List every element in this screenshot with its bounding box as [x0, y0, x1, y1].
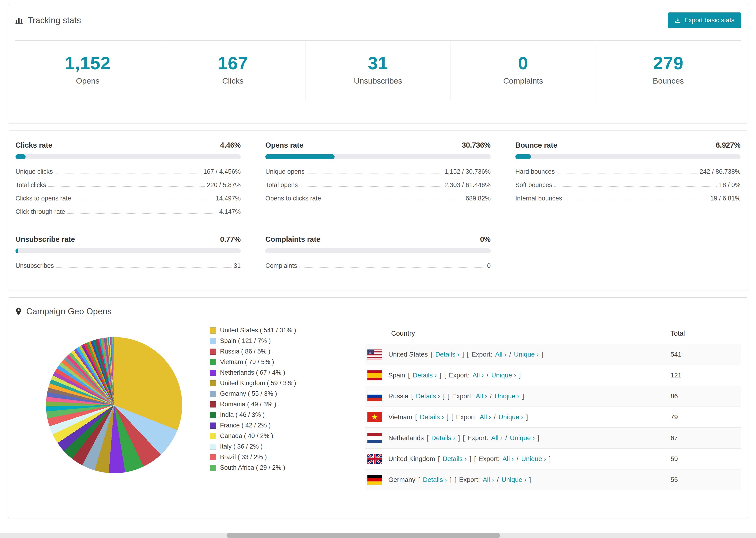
export-all-link[interactable]: All › [495, 351, 507, 358]
flag-es [367, 370, 382, 381]
geo-table-row: Netherlands [Details ›] [Export: All › /… [365, 428, 741, 449]
legend-item: United States ( 541 / 31% ) [210, 327, 355, 334]
export-basic-stats-button[interactable]: Export basic stats [668, 13, 741, 28]
export-unique-link[interactable]: Unique › [521, 455, 546, 463]
legend-swatch [210, 465, 216, 471]
rate-detail-value: 18 / 0% [719, 182, 740, 189]
bracket: [ [467, 351, 469, 358]
rate-panel-complaints: Complaints rate 0% Complaints 0 [265, 235, 490, 272]
details-link[interactable]: Details › [431, 434, 456, 442]
export-unique-link[interactable]: Unique › [502, 476, 526, 484]
rate-title: Bounce rate [515, 141, 557, 149]
rate-detail-value: 4.147% [219, 208, 241, 215]
details-link[interactable]: Details › [443, 455, 467, 463]
rate-progress-bar [265, 154, 490, 159]
dotted-leader [67, 213, 217, 214]
rate-title: Complaints rate [265, 235, 320, 243]
bracket: ] [447, 413, 449, 421]
scrollbar-thumb[interactable] [227, 533, 500, 538]
legend-swatch [210, 402, 216, 407]
tracking-stats-title: Tracking stats [28, 16, 81, 26]
dotted-leader [300, 187, 442, 187]
rate-value: 0.77% [220, 235, 241, 243]
legend-swatch [210, 412, 216, 418]
bracket: ] [519, 372, 521, 379]
stat-box-complaints: 0 Complaints [451, 40, 596, 100]
legend-label: United Kingdom ( 59 / 3% ) [220, 380, 296, 387]
details-link[interactable]: Details › [420, 413, 444, 421]
rate-panel-unsubscribe: Unsubscribe rate 0.77% Unsubscribes 31 [16, 235, 241, 272]
country-total: 79 [668, 407, 741, 428]
bracket: ] [522, 393, 524, 400]
rate-detail-row: Click through rate 4.147% [16, 205, 241, 218]
rate-detail-value: 19 / 6.81% [710, 195, 740, 202]
bracket: ] [443, 393, 445, 400]
slash: / [505, 434, 507, 442]
rate-detail-row: Complaints 0 [265, 259, 490, 272]
bracket: ] [542, 351, 544, 358]
stat-label: Bounces [596, 76, 741, 85]
flag-ru [367, 391, 382, 402]
export-unique-link[interactable]: Unique › [491, 372, 516, 379]
campaign-geo-opens-card: Campaign Geo Opens United States ( 541 /… [8, 297, 748, 518]
flag-us [367, 349, 382, 360]
legend-label: South Africa ( 29 / 2% ) [220, 464, 285, 471]
details-link[interactable]: Details › [423, 476, 447, 484]
legend-item: Spain ( 121 / 7% ) [210, 337, 355, 345]
horizontal-scrollbar[interactable] [0, 533, 756, 538]
rate-detail-value: 31 [234, 262, 241, 269]
rate-value: 4.46% [220, 141, 241, 149]
export-all-link[interactable]: All › [480, 413, 491, 421]
export-all-link[interactable]: All › [472, 372, 484, 379]
rate-progress-fill [265, 154, 335, 159]
export-unique-link[interactable]: Unique › [499, 413, 523, 421]
dotted-leader [307, 173, 442, 174]
export-all-link[interactable]: All › [503, 455, 514, 463]
rate-detail-row: Unique clicks 167 / 4.456% [16, 165, 241, 178]
export-unique-link[interactable]: Unique › [510, 434, 535, 442]
export-unique-link[interactable]: Unique › [514, 351, 539, 358]
dotted-leader [56, 267, 232, 268]
legend-label: Netherlands ( 67 / 4% ) [220, 369, 285, 376]
rate-detail-value: 0 [487, 262, 491, 269]
geo-table-wrap: Country Total United States [Details ›] … [365, 323, 741, 490]
export-all-link[interactable]: All › [483, 476, 494, 484]
rate-detail-label: Soft bounces [515, 182, 553, 189]
bracket: [ [418, 476, 420, 484]
geo-header: Campaign Geo Opens [15, 306, 741, 316]
legend-label: United States ( 541 / 31% ) [220, 327, 296, 334]
rate-detail-label: Total opens [265, 182, 298, 189]
details-link[interactable]: Details › [412, 372, 437, 379]
export-unique-link[interactable]: Unique › [495, 393, 519, 400]
bracket: ] [549, 455, 551, 463]
legend-swatch [210, 380, 216, 386]
slash: / [487, 372, 489, 379]
rate-panel-bounce: Bounce rate 6.927% Hard bounces 242 / 86… [515, 141, 740, 218]
details-link[interactable]: Details › [435, 351, 459, 358]
legend-item: South Africa ( 29 / 2% ) [210, 464, 355, 471]
legend-item: Canada ( 40 / 2% ) [210, 432, 355, 440]
rate-detail-label: Clicks to opens rate [16, 195, 71, 202]
rate-detail-row: Clicks to opens rate 14.497% [16, 191, 241, 205]
rate-panel-opens: Opens rate 30.736% Unique opens 1,152 / … [265, 141, 490, 218]
geo-table-row: Vietnam [Details ›] [Export: All › / Uni… [365, 407, 741, 428]
legend-swatch [210, 327, 216, 334]
legend-label: France ( 42 / 2% ) [220, 422, 271, 429]
rate-detail-label: Click through rate [16, 208, 65, 215]
geo-body: United States ( 541 / 31% ) Spain ( 121 … [15, 323, 741, 490]
legend-label: Vietnam ( 79 / 5% ) [220, 358, 274, 366]
export-all-link[interactable]: All › [476, 393, 487, 400]
rate-detail-value: 220 / 5.87% [207, 182, 241, 189]
legend-item: Romania ( 49 / 3% ) [210, 401, 355, 408]
export-label: Export: [456, 413, 477, 421]
bracket: [ [431, 351, 432, 358]
rate-value: 6.927% [716, 141, 740, 149]
legend-item: Brazil ( 33 / 2% ) [210, 454, 355, 461]
column-header-country: Country [365, 323, 668, 344]
details-link[interactable]: Details › [416, 393, 440, 400]
rate-detail-value: 689.82% [465, 195, 491, 202]
country-total: 121 [668, 365, 741, 386]
export-all-link[interactable]: All › [491, 434, 503, 442]
bracket: [ [451, 413, 453, 421]
bracket: ] [529, 476, 531, 484]
